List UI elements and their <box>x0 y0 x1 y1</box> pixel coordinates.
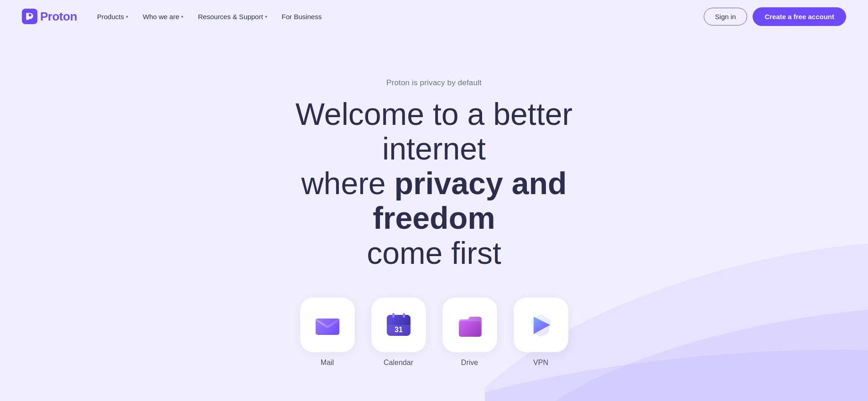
vpn-icon-wrapper <box>514 298 568 352</box>
nav-who-we-are[interactable]: Who we are ▾ <box>137 9 189 24</box>
navbar: Proton Products ▾ Who we are ▾ Resources… <box>0 0 868 33</box>
nav-products[interactable]: Products ▾ <box>92 9 134 24</box>
drive-label: Drive <box>461 359 478 367</box>
hero-title: Welcome to a better internet where priva… <box>261 97 608 270</box>
hero-tagline: Proton is privacy by default <box>386 78 482 87</box>
svg-rect-10 <box>403 313 405 318</box>
drive-icon-wrapper <box>442 298 497 352</box>
nav-business[interactable]: For Business <box>276 9 327 24</box>
nav-right: Sign in Create a free account <box>704 7 846 26</box>
nav-resources[interactable]: Resources & Support ▾ <box>192 9 273 24</box>
create-account-button[interactable]: Create a free account <box>753 7 846 26</box>
svg-rect-9 <box>392 313 395 318</box>
proton-logo-icon <box>22 9 37 24</box>
product-calendar[interactable]: 31 Calendar <box>371 298 426 367</box>
chevron-down-icon: ▾ <box>181 14 183 19</box>
mail-icon-wrapper <box>300 298 355 352</box>
svg-rect-7 <box>387 320 411 325</box>
signin-button[interactable]: Sign in <box>704 8 748 26</box>
product-mail[interactable]: Mail <box>300 298 355 367</box>
chevron-down-icon: ▾ <box>126 14 128 19</box>
mail-label: Mail <box>321 359 334 367</box>
brand-name: Proton <box>40 10 77 24</box>
vpn-icon <box>525 308 557 341</box>
product-drive[interactable]: Drive <box>442 298 497 367</box>
hero-section: Proton is privacy by default Welcome to … <box>0 33 868 367</box>
nav-left: Proton Products ▾ Who we are ▾ Resources… <box>22 9 327 24</box>
drive-icon <box>453 308 486 341</box>
product-vpn[interactable]: VPN <box>514 298 568 367</box>
mail-icon <box>311 308 344 341</box>
logo[interactable]: Proton <box>22 9 77 24</box>
chevron-down-icon: ▾ <box>265 14 267 19</box>
calendar-label: Calendar <box>384 359 413 367</box>
hero-title-line2: where privacy and freedom <box>301 166 567 235</box>
nav-links: Products ▾ Who we are ▾ Resources & Supp… <box>92 9 327 24</box>
calendar-icon-wrapper: 31 <box>371 298 426 352</box>
calendar-icon: 31 <box>382 308 415 341</box>
svg-text:31: 31 <box>395 326 403 334</box>
product-icons-row: Mail <box>300 298 568 367</box>
vpn-label: VPN <box>533 359 548 367</box>
